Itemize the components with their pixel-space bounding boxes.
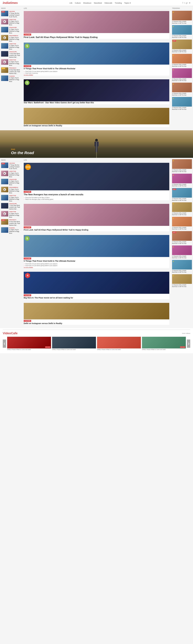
video-prev-button[interactable]: ❮	[3, 340, 6, 348]
trending-thumb[interactable]: ★	[172, 274, 192, 284]
video-thumb-4[interactable]: PS3 3DS	[142, 337, 186, 348]
sidebar-item-text[interactable]: 5 Things We Are Looking Forward To At Th…	[9, 12, 21, 18]
trending-text[interactable]: 15 Reasons Why Amitabh Bachchan Is Still…	[172, 241, 192, 244]
trending-thumb[interactable]: WTF	[172, 231, 192, 241]
video-thumb-2[interactable]	[52, 337, 96, 348]
video-cafe-more-link[interactable]: more videos	[182, 332, 190, 334]
twitter-icon[interactable]: t	[184, 2, 185, 4]
article-title-delhi2[interactable]: Delhi on Instagram versus Delhi in Reali…	[24, 322, 169, 325]
sidebar-item-text[interactable]: 21 Signs You're Addicted to Bigg Boss	[9, 188, 21, 194]
article-title-virat[interactable]: 5 Things That Prove Virat Kohli Is The U…	[24, 67, 169, 70]
trending-thumb[interactable]: ★	[172, 25, 192, 35]
play-icon[interactable]: ▶	[3, 60, 6, 63]
trending-text[interactable]: 15 Reasons Why Amitabh Bachchan Is Still…	[172, 21, 192, 24]
article-title-delhi[interactable]: Delhi on Instagram versus Delhi in Reali…	[24, 124, 169, 127]
sidebar-item-text[interactable]: 21 Signs You're Addicted to Bigg Boss	[9, 213, 21, 218]
trending-item: ★ 15 Reasons Why Amitabh Bachchan Is Sti…	[172, 274, 192, 288]
sidebar-item-text[interactable]: 7 Only Real Work Looked Like That! Katri…	[9, 204, 21, 210]
trending-item: ★ 15 Reasons Why Amitabh Bachchan Is Sti…	[172, 97, 192, 110]
trending-thumb[interactable]: ★	[172, 174, 192, 183]
trending-thumb[interactable]: ★	[172, 217, 192, 226]
sidebar-item-text[interactable]: 21 Signs You're Addicted to Bigg Boss	[9, 77, 21, 82]
nav-videocafe[interactable]: Videocafe	[104, 2, 112, 4]
sidebar-item-text[interactable]: 21 Signs You're Addicted to Bigg Boss	[9, 44, 21, 50]
trending-thumb[interactable]: ★	[172, 260, 192, 270]
play-icon[interactable]: ▶	[3, 36, 6, 39]
article-title-virat2[interactable]: 5 Things That Prove Virat Kohli Is The U…	[24, 260, 169, 262]
article-title-avengers[interactable]: The New Avengers has everyone a bunch of…	[24, 193, 169, 196]
trending-text[interactable]: 15 Reasons Why Amitabh Bachchan Is Still…	[172, 78, 192, 82]
article-image-starwars[interactable]: 5	[24, 79, 169, 101]
article-image-virat[interactable]: 5	[24, 42, 169, 64]
googleplus-icon[interactable]: g+	[186, 2, 188, 4]
article-image-avengers[interactable]: WOW	[24, 163, 169, 190]
list-item: ATHLECURE 7 Only Real Work Looked Like T…	[1, 51, 21, 58]
video-thumb-1[interactable]: PS3 3DS	[7, 337, 51, 348]
trending-text[interactable]: 15 Reasons Why Amitabh Bachchan Is Still…	[172, 227, 192, 230]
trending-thumb[interactable]: ★	[172, 159, 192, 169]
trending-text[interactable]: 15 Reasons Why Amitabh Bachchan Is Still…	[172, 256, 192, 259]
article-image-delhi2[interactable]	[24, 303, 169, 320]
article-sub1: Virat Kohli: It's just about giving beli…	[24, 263, 169, 264]
sidebar-item-text[interactable]: 5 Things We Are Looking Forward To At Th…	[9, 164, 21, 170]
sidebar-item-text[interactable]: 21 Signs You're Addicted to Bigg Boss	[9, 180, 21, 186]
more-updates-link[interactable]: 14 more updates	[24, 267, 169, 268]
trending-text[interactable]: 15 Reasons Why Amitabh Bachchan Is Still…	[172, 35, 192, 38]
list-item: OMG PRISONDAY 8 Only Real Work Looked Li…	[1, 219, 21, 226]
sidebar-item-text[interactable]: 21 Signs You're Addicted to Bigg Boss	[9, 20, 21, 26]
nav-topics[interactable]: Topics ▾	[124, 2, 131, 4]
video-next-button[interactable]: ❯	[187, 340, 190, 348]
trending-text[interactable]: 15 Reasons Why Amitabh Bachchan Is Still…	[172, 198, 192, 201]
sidebar-item-text[interactable]: 21 Signs You're Addicted to Bigg Boss	[9, 28, 21, 34]
site-logo[interactable]: indiatimes	[3, 1, 18, 5]
trending-thumb[interactable]: ★	[172, 11, 192, 20]
trending-text[interactable]: 15 Reasons Why Amitabh Bachchan Is Still…	[172, 270, 192, 273]
trending-thumb[interactable]: WTF	[172, 188, 192, 198]
nav-culture[interactable]: Culture	[75, 2, 81, 4]
trending-text[interactable]: 15 Reasons Why Amitabh Bachchan Is Still…	[172, 50, 192, 53]
trending-text[interactable]: 15 Reasons Why Amitabh Bachchan Is Still…	[172, 64, 192, 67]
trending-text[interactable]: 15 Reasons Why Amitabh Bachchan Is Still…	[172, 184, 192, 187]
more-updates-link[interactable]: 14 more updates	[24, 74, 169, 76]
trending-text[interactable]: 15 Reasons Why Amitabh Bachchan Is Still…	[172, 107, 192, 110]
article-image-delhi[interactable]	[24, 108, 169, 124]
article-image-bighero[interactable]: 4	[24, 272, 169, 294]
trending-thumb[interactable]: ★	[172, 83, 192, 92]
article-image-virat2[interactable]: 5	[24, 235, 169, 257]
trending-text[interactable]: 15 Reasons Why Amitabh Bachchan Is Still…	[172, 212, 192, 216]
sidebar-item-text[interactable]: 7 Only Real Work Looked Like That! Katri…	[9, 53, 21, 58]
facebook-icon[interactable]: f	[182, 2, 183, 4]
trending-text[interactable]: 15 Reasons Why Amitabh Bachchan Is Still…	[172, 93, 192, 96]
trending-thumb[interactable]: ★	[172, 54, 192, 64]
trending-text[interactable]: 15 Reasons Why Amitabh Bachchan Is Still…	[172, 284, 192, 288]
sidebar-item-text[interactable]: 21 Signs You're Addicted to Bigg Boss	[9, 37, 21, 42]
trending-thumb[interactable]: ★	[172, 97, 192, 106]
sidebar-item-text[interactable]: 21 Signs You're Addicted to Bigg Boss	[9, 172, 21, 178]
sidebar-item-text[interactable]: 8 Only Real Work Looked Like That! Katri…	[9, 221, 21, 226]
sidebar-item-text[interactable]: 8 Only Real Work Looked Like That! Katri…	[9, 69, 21, 74]
play-icon[interactable]: ▶	[3, 172, 6, 175]
trending-thumb[interactable]: WTF	[172, 40, 192, 49]
sidebar-item-text[interactable]: 21 Signs You're Addicted to Bigg Boss	[9, 229, 21, 234]
nav-showbuzz[interactable]: Showbuzz	[83, 2, 91, 4]
article-title-alia[interactable]: First Look: Saif Ali Khan Plays Hollywoo…	[24, 36, 169, 39]
play-icon[interactable]: ▶	[3, 188, 6, 191]
nav-newsfeed[interactable]: Newsfeed	[94, 2, 102, 4]
article-title-alia2[interactable]: First Look: Saif Ali Khan Plays Hollywoo…	[24, 228, 169, 232]
play-icon[interactable]: ▶	[3, 20, 6, 23]
article-title-bighero[interactable]: Big Hero 6: The Pixar movie we've all be…	[24, 296, 169, 299]
article-image-alia[interactable]	[24, 11, 169, 33]
article-image-alia2[interactable]	[24, 204, 169, 226]
trending-thumb[interactable]: ★	[172, 246, 192, 255]
heart-icon[interactable]: ♥	[189, 2, 190, 4]
trending-text[interactable]: 15 Reasons Why Amitabh Bachchan Is Still…	[172, 169, 192, 172]
trending-thumb[interactable]: ★	[172, 68, 192, 78]
play-icon[interactable]: ▶	[3, 212, 6, 215]
article-title-starwars[interactable]: Star Wars: Battlefront - Star Wars Video…	[24, 101, 169, 104]
trending-thumb[interactable]: ★	[172, 202, 192, 212]
sidebar-item-text[interactable]: 21 Signs You're Addicted to Bigg Boss	[9, 61, 21, 66]
nav-life[interactable]: Life	[70, 2, 72, 4]
nav-trending[interactable]: Trending	[115, 2, 122, 4]
video-thumb-3[interactable]	[97, 337, 141, 348]
sidebar-item-text[interactable]: 21 Signs You're Addicted to Bigg Boss	[9, 196, 21, 202]
